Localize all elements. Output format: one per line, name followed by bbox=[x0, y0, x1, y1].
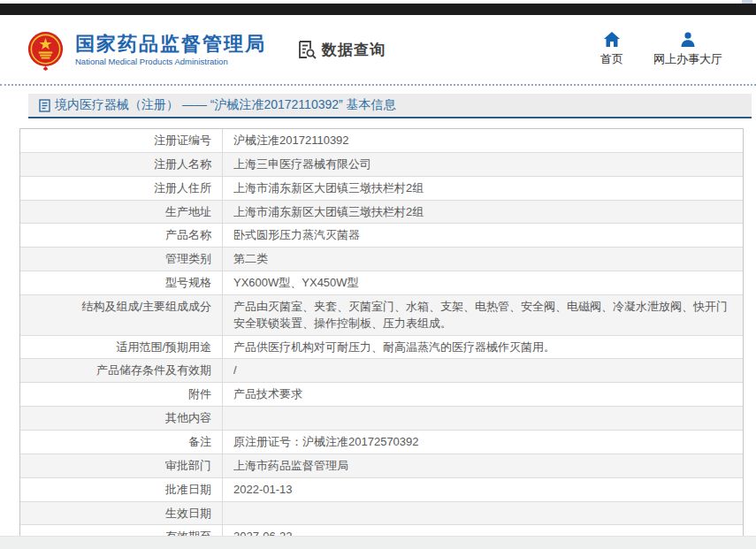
document-search-icon bbox=[296, 39, 317, 60]
data-query-label: 数据查询 bbox=[322, 40, 386, 60]
row-value: YX600W型、YX450W型 bbox=[222, 271, 743, 294]
row-label: 附件 bbox=[20, 383, 222, 406]
table-row: 附件产品技术要求 bbox=[20, 383, 743, 407]
row-value: 沪械注准20172110392 bbox=[222, 129, 743, 152]
browser-corner-chip bbox=[742, 0, 752, 4]
row-value bbox=[222, 407, 743, 430]
row-value: 上海市药品监督管理局 bbox=[222, 454, 743, 477]
row-value: 上海市浦东新区大团镇三墩扶栏村2组 bbox=[222, 201, 743, 224]
agency-name-en: National Medical Products Administration bbox=[75, 57, 266, 66]
row-label: 产品名称 bbox=[20, 224, 222, 247]
site-header: 国家药品监督管理局 National Medical Products Admi… bbox=[0, 15, 756, 84]
agency-title-block: 国家药品监督管理局 National Medical Products Admi… bbox=[75, 33, 266, 66]
row-value: 上海市浦东新区大团镇三墩扶栏村2组 bbox=[222, 177, 743, 200]
table-row: 适用范围/预期用途产品供医疗机构对可耐压力、耐高温蒸汽的医疗器械作灭菌用。 bbox=[20, 336, 743, 360]
row-label: 备注 bbox=[20, 431, 222, 454]
top-black-bar bbox=[0, 4, 756, 15]
row-value: 产品技术要求 bbox=[222, 383, 743, 406]
breadcrumb-text: 境内医疗器械（注册） —— “沪械注准20172110392” 基本信息 bbox=[55, 97, 396, 113]
row-label: 管理类别 bbox=[20, 248, 222, 271]
table-row: 审批部门上海市药品监督管理局 bbox=[20, 454, 743, 478]
table-row: 其他内容 bbox=[20, 407, 743, 431]
table-row: 注册人住所上海市浦东新区大团镇三墩扶栏村2组 bbox=[20, 177, 743, 201]
dotted-separator bbox=[0, 84, 756, 86]
national-emblem-logo bbox=[25, 29, 66, 71]
table-row: 管理类别第二类 bbox=[20, 248, 743, 271]
footer-strip bbox=[0, 536, 756, 549]
row-label: 适用范围/预期用途 bbox=[20, 336, 222, 359]
row-label: 产品储存条件及有效期 bbox=[20, 359, 222, 382]
row-value: 原注册证号：沪械注准20172570392 bbox=[222, 431, 743, 454]
table-row: 备注原注册证号：沪械注准20172570392 bbox=[20, 431, 743, 454]
table-row: 注册证编号沪械注准20172110392 bbox=[20, 129, 743, 153]
document-icon bbox=[39, 99, 50, 112]
browser-chrome-remnant bbox=[0, 0, 756, 4]
table-row: 产品名称卧式圆形压力蒸汽灭菌器 bbox=[20, 224, 743, 248]
table-row: 结构及组成/主要组成成分产品由灭菌室、夹套、灭菌室门、水箱、支架、电热管、安全阀… bbox=[20, 295, 743, 336]
table-row: 注册人名称上海三申医疗器械有限公司 bbox=[20, 153, 743, 177]
breadcrumb: 境内医疗器械（注册） —— “沪械注准20172110392” 基本信息 bbox=[28, 94, 752, 118]
user-icon bbox=[680, 32, 696, 47]
row-value: 2022-01-13 bbox=[222, 478, 743, 501]
row-label: 注册人住所 bbox=[20, 177, 222, 200]
row-label: 注册证编号 bbox=[20, 129, 222, 152]
row-label: 生产地址 bbox=[20, 201, 222, 224]
home-icon bbox=[604, 32, 620, 47]
row-label: 批准日期 bbox=[20, 478, 222, 501]
row-value: 卧式圆形压力蒸汽灭菌器 bbox=[222, 224, 743, 247]
table-row: 生产地址上海市浦东新区大团镇三墩扶栏村2组 bbox=[20, 201, 743, 225]
table-row: 生效日期 bbox=[20, 502, 743, 526]
row-label: 生效日期 bbox=[20, 502, 222, 525]
row-value bbox=[222, 502, 743, 525]
row-value: / bbox=[222, 359, 743, 382]
row-label: 结构及组成/主要组成成分 bbox=[20, 295, 222, 335]
row-value: 第二类 bbox=[222, 248, 743, 271]
row-value: 产品供医疗机构对可耐压力、耐高温蒸汽的医疗器械作灭菌用。 bbox=[222, 336, 743, 359]
data-query-section[interactable]: 数据查询 bbox=[296, 39, 386, 60]
nav-label-service-hall: 网上办事大厅 bbox=[653, 51, 722, 67]
agency-name-cn: 国家药品监督管理局 bbox=[75, 33, 266, 55]
info-table: 注册证编号沪械注准20172110392注册人名称上海三申医疗器械有限公司注册人… bbox=[19, 128, 744, 549]
row-value: 上海三申医疗器械有限公司 bbox=[222, 153, 743, 176]
row-value: 产品由灭菌室、夹套、灭菌室门、水箱、支架、电热管、安全阀、电磁阀、冷凝水泄放阀、… bbox=[222, 295, 743, 335]
table-row: 产品储存条件及有效期/ bbox=[20, 359, 743, 383]
nav-item-service-hall[interactable]: 网上办事大厅 bbox=[653, 32, 722, 67]
row-label: 型号规格 bbox=[20, 271, 222, 294]
table-row: 型号规格YX600W型、YX450W型 bbox=[20, 271, 743, 295]
row-label: 审批部门 bbox=[20, 454, 222, 477]
row-label: 其他内容 bbox=[20, 407, 222, 430]
nav-item-home[interactable]: 首页 bbox=[600, 32, 623, 67]
row-label: 注册人名称 bbox=[20, 153, 222, 176]
table-row: 批准日期2022-01-13 bbox=[20, 478, 743, 502]
header-nav: 首页 网上办事大厅 bbox=[600, 32, 735, 67]
nav-label-home: 首页 bbox=[600, 51, 623, 67]
